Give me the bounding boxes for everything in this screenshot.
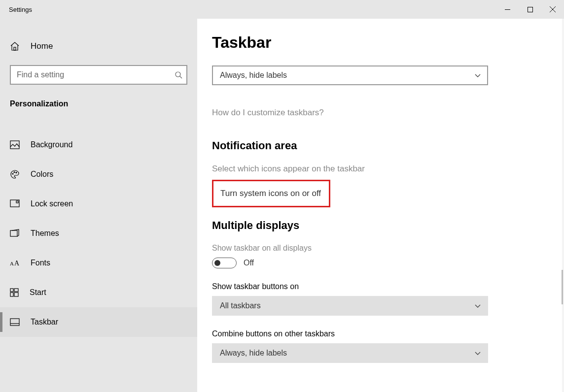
- chevron-down-icon: [474, 350, 481, 357]
- svg-rect-19: [14, 293, 18, 296]
- window-title: Settings: [9, 6, 32, 13]
- svg-line-6: [180, 76, 182, 78]
- sidebar-item-label: Themes: [31, 229, 59, 238]
- combine-other-label: Combine buttons on other taskbars: [212, 329, 550, 338]
- maximize-button[interactable]: [519, 0, 541, 19]
- chevron-down-icon: [474, 302, 481, 309]
- sidebar-item-themes[interactable]: Themes: [0, 219, 197, 248]
- sidebar-item-label: Lock screen: [31, 199, 73, 208]
- image-icon: [10, 140, 20, 149]
- section-multiple-displays: Multiple displays: [212, 219, 550, 232]
- sidebar-item-start[interactable]: Start: [0, 278, 197, 307]
- show-buttons-on-dropdown[interactable]: All taskbars: [212, 296, 488, 316]
- svg-rect-18: [10, 293, 13, 296]
- sidebar-item-label: Background: [31, 140, 72, 149]
- svg-text:A: A: [14, 260, 20, 267]
- close-button[interactable]: [541, 0, 564, 19]
- dropdown-value: All taskbars: [220, 301, 261, 310]
- sidebar-item-lockscreen[interactable]: Lock screen: [0, 189, 197, 219]
- sidebar-item-label: Start: [30, 288, 46, 297]
- svg-rect-20: [10, 319, 19, 326]
- svg-rect-16: [10, 289, 13, 292]
- minimize-button[interactable]: [496, 0, 519, 19]
- lockscreen-icon: [10, 199, 20, 208]
- sidebar: Home Personalization Background Colors: [0, 19, 197, 392]
- toggle-state-text: Off: [244, 259, 254, 267]
- svg-rect-17: [14, 289, 18, 292]
- sidebar-item-fonts[interactable]: A A Fonts: [0, 248, 197, 278]
- show-buttons-on-label: Show taskbar buttons on: [212, 282, 550, 291]
- palette-icon: [10, 169, 20, 179]
- start-icon: [10, 288, 19, 297]
- page-title: Taskbar: [212, 33, 550, 52]
- search-icon: [175, 71, 182, 79]
- link-system-icons[interactable]: Turn system icons on or off: [220, 189, 322, 198]
- scrollbar-track[interactable]: [562, 19, 564, 392]
- category-label: Personalization: [0, 90, 197, 116]
- home-icon: [10, 41, 20, 51]
- svg-rect-4: [14, 47, 16, 50]
- svg-point-5: [176, 72, 180, 77]
- svg-point-10: [16, 172, 17, 173]
- dropdown-value: Always, hide labels: [220, 349, 287, 358]
- link-select-icons[interactable]: Select which icons appear on the taskbar: [212, 164, 550, 174]
- search-input[interactable]: [17, 70, 175, 79]
- content-pane: Taskbar Always, hide labels How do I cus…: [197, 19, 564, 392]
- combine-buttons-dropdown[interactable]: Always, hide labels: [212, 65, 488, 85]
- help-link[interactable]: How do I customize taskbars?: [212, 108, 550, 118]
- sidebar-item-label: Colors: [31, 170, 53, 179]
- home-button[interactable]: Home: [0, 34, 197, 58]
- show-all-displays-toggle[interactable]: [212, 258, 237, 268]
- sidebar-item-label: Taskbar: [31, 318, 58, 327]
- sidebar-item-taskbar[interactable]: Taskbar: [0, 307, 197, 337]
- scrollbar-thumb[interactable]: [562, 270, 563, 304]
- combine-other-dropdown[interactable]: Always, hide labels: [212, 343, 488, 363]
- sidebar-item-background[interactable]: Background: [0, 130, 197, 160]
- svg-text:A: A: [10, 261, 14, 266]
- svg-rect-12: [16, 201, 18, 203]
- show-all-displays-label: Show taskbar on all displays: [212, 244, 550, 253]
- svg-point-9: [14, 172, 15, 173]
- dropdown-value: Always, hide labels: [220, 71, 287, 80]
- home-label: Home: [31, 41, 53, 51]
- sidebar-item-label: Fonts: [31, 259, 50, 267]
- themes-icon: [10, 229, 20, 238]
- chevron-down-icon: [474, 72, 481, 79]
- svg-point-8: [12, 173, 13, 174]
- taskbar-icon: [10, 318, 20, 326]
- titlebar: Settings: [0, 0, 564, 19]
- svg-rect-13: [10, 230, 17, 236]
- svg-rect-1: [528, 7, 532, 12]
- sidebar-item-colors[interactable]: Colors: [0, 160, 197, 189]
- search-input-wrap[interactable]: [10, 65, 187, 85]
- fonts-icon: A A: [10, 259, 20, 267]
- highlight-box: Turn system icons on or off: [212, 180, 330, 207]
- section-notification-area: Notification area: [212, 139, 550, 152]
